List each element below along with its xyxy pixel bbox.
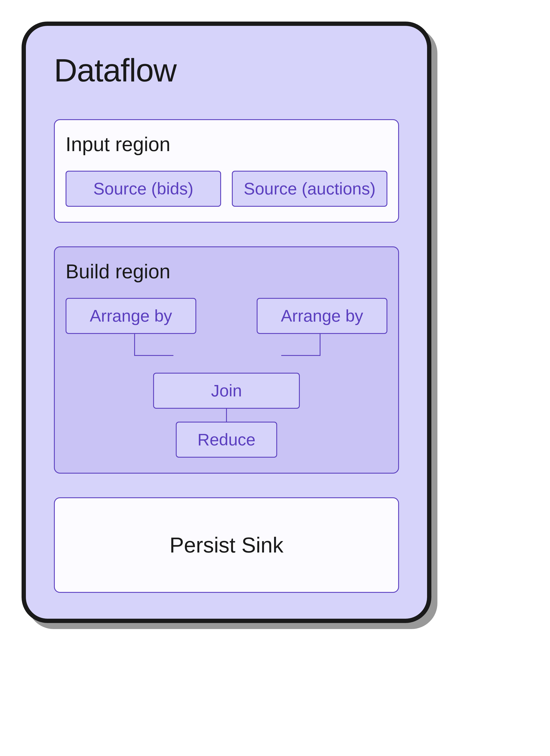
input-region-title: Input region bbox=[66, 133, 387, 156]
source-auctions-node: Source (auctions) bbox=[232, 171, 387, 207]
reduce-node: Reduce bbox=[176, 422, 277, 458]
arrange-right-node: Arrange by bbox=[257, 298, 387, 334]
arrange-row: Arrange by Arrange by bbox=[66, 298, 387, 334]
build-region: Build region Arrange by Arrange by Join … bbox=[54, 246, 399, 474]
build-region-title: Build region bbox=[66, 260, 387, 283]
sink-region: Persist Sink bbox=[54, 497, 399, 593]
join-node: Join bbox=[153, 373, 300, 409]
source-row: Source (bids) Source (auctions) bbox=[66, 171, 387, 207]
input-region: Input region Source (bids) Source (aucti… bbox=[54, 119, 399, 223]
dataflow-title: Dataflow bbox=[54, 52, 399, 89]
arrange-to-join-connector bbox=[66, 334, 389, 373]
source-bids-node: Source (bids) bbox=[66, 171, 221, 207]
arrange-left-node: Arrange by bbox=[66, 298, 196, 334]
sink-title: Persist Sink bbox=[66, 533, 387, 557]
dataflow-panel: Dataflow Input region Source (bids) Sour… bbox=[22, 22, 431, 623]
build-content: Arrange by Arrange by Join Reduce bbox=[66, 298, 387, 458]
join-to-reduce-connector bbox=[216, 409, 237, 422]
